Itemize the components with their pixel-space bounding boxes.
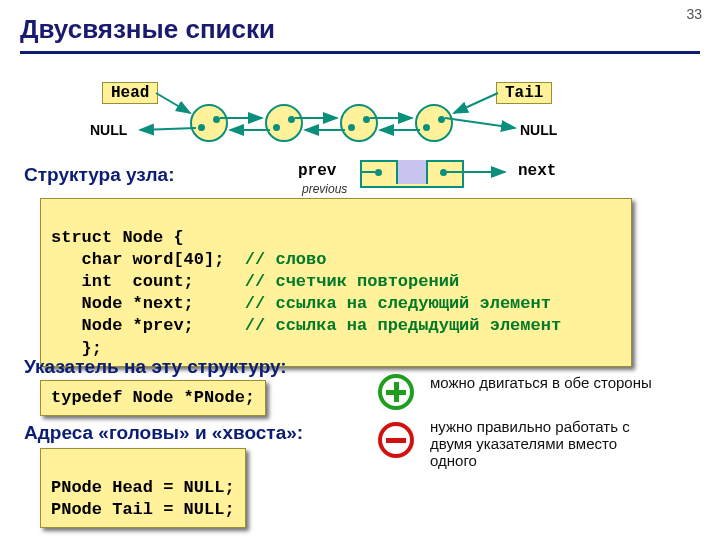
svg-line-2 — [140, 128, 196, 130]
node-struct-diagram: prev next previous — [360, 160, 620, 200]
code-line: PNode Head = NULL; — [51, 478, 235, 497]
prev-label: prev — [298, 162, 336, 180]
note-minus: нужно правильно работать с двумя указате… — [430, 418, 660, 469]
subheading-pointer: Указатель на эту структуру: — [0, 352, 287, 382]
page-number: 33 — [686, 6, 702, 22]
code-line: int count; — [51, 272, 245, 291]
previous-note: previous — [302, 182, 347, 196]
code-line: PNode Tail = NULL; — [51, 500, 235, 519]
struct-arrows — [360, 160, 620, 190]
minus-icon — [378, 422, 414, 458]
code-comment: // ссылка на предыдущий элемент — [245, 316, 561, 335]
svg-line-1 — [454, 93, 498, 113]
code-headtail: PNode Head = NULL; PNode Tail = NULL; — [40, 448, 246, 528]
code-comment: // слово — [245, 250, 327, 269]
linked-list-diagram: Head Tail NULL NULL — [0, 68, 720, 158]
code-line: char word[40]; — [51, 250, 245, 269]
subheading-addresses: Адреса «головы» и «хвоста»: — [0, 418, 303, 448]
svg-line-0 — [156, 93, 190, 113]
plus-icon — [378, 374, 414, 410]
code-line: Node *next; — [51, 294, 245, 313]
code-comment: // ссылка на следующий элемент — [245, 294, 551, 313]
page-title: Двусвязные списки — [0, 0, 720, 49]
subheading-structure: Структура узла: — [0, 160, 174, 190]
note-plus: можно двигаться в обе стороны — [430, 374, 660, 391]
code-line: Node *prev; — [51, 316, 245, 335]
code-comment: // счетчик повторений — [245, 272, 459, 291]
code-line: struct Node { — [51, 228, 184, 247]
svg-line-3 — [445, 118, 515, 128]
code-typedef: typedef Node *PNode; — [40, 380, 266, 416]
arrow-overlay — [0, 68, 720, 168]
title-underline — [20, 51, 700, 54]
next-label: next — [518, 162, 556, 180]
code-struct-node: struct Node { char word[40]; // слово in… — [40, 198, 632, 367]
